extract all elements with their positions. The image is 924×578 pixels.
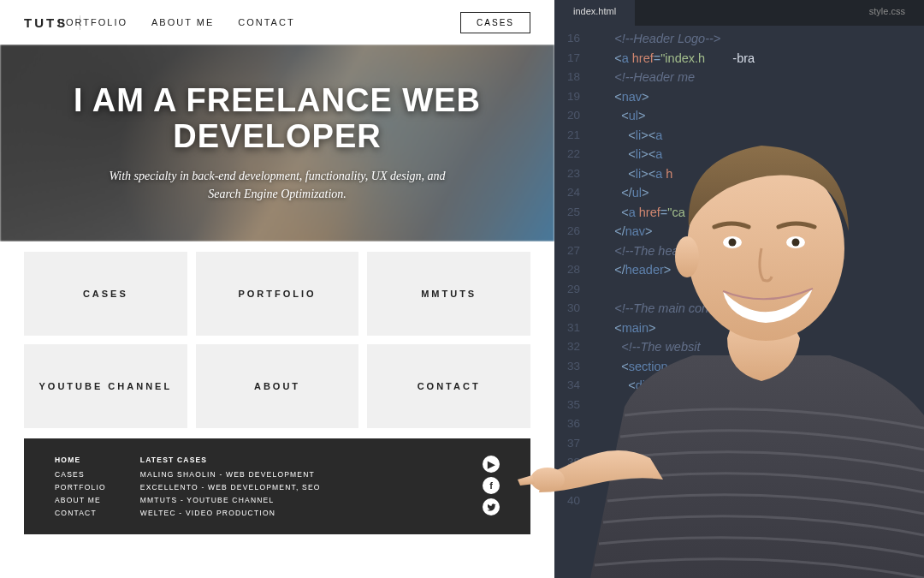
card[interactable]: MMTUTS xyxy=(367,252,530,336)
footer-case[interactable]: MALING SHAOLIN - WEB DEVELOPMENT xyxy=(140,470,321,479)
card[interactable]: ABOUT xyxy=(196,344,359,428)
card[interactable]: CONTACT xyxy=(367,344,530,428)
editor-tab[interactable]: style.css xyxy=(850,0,924,26)
card[interactable]: YOUTUBE CHANNEL xyxy=(24,344,187,428)
footer-link[interactable]: HOME xyxy=(55,456,106,464)
footer-heading: LATEST CASES xyxy=(140,456,321,464)
footer-cases-col: LATEST CASES MALING SHAOLIN - WEB DEVELO… xyxy=(140,456,321,517)
website-preview: TUTS PORTFOLIO ABOUT ME CONTACT CASES I … xyxy=(0,0,554,578)
site-footer: HOME CASES PORTFOLIO ABOUT ME CONTACT LA… xyxy=(24,438,530,534)
footer-case[interactable]: MMTUTS - YOUTUBE CHANNEL xyxy=(140,496,321,504)
card[interactable]: CASES xyxy=(24,252,187,336)
hero-title: I AM A FREELANCE WEB DEVELOPER xyxy=(34,83,520,155)
site-header: TUTS PORTFOLIO ABOUT ME CONTACT CASES xyxy=(0,0,554,45)
nav-link[interactable]: ABOUT ME xyxy=(151,17,214,27)
youtube-icon[interactable]: ▶ xyxy=(483,456,500,473)
footer-case[interactable]: EXCELLENTO - WEB DEVELOPMENT, SEO xyxy=(140,483,321,492)
cases-button[interactable]: CASES xyxy=(460,12,530,33)
footer-link[interactable]: CASES xyxy=(55,470,106,479)
nav-link[interactable]: PORTFOLIO xyxy=(58,17,127,27)
footer-link[interactable]: PORTFOLIO xyxy=(55,483,106,492)
nav-links: PORTFOLIO ABOUT ME CONTACT xyxy=(58,17,295,27)
hero-section: I AM A FREELANCE WEB DEVELOPER With spec… xyxy=(0,45,554,241)
footer-case[interactable]: WELTEC - VIDEO PRODUCTION xyxy=(140,509,321,517)
footer-link[interactable]: CONTACT xyxy=(55,509,106,517)
editor-tab-active[interactable]: index.html xyxy=(554,0,635,26)
footer-link[interactable]: ABOUT ME xyxy=(55,496,106,504)
footer-nav-col: HOME CASES PORTFOLIO ABOUT ME CONTACT xyxy=(55,456,106,517)
social-icons: ▶ f xyxy=(483,456,500,517)
hero-subtitle: With specialty in back-end development, … xyxy=(98,167,457,203)
card-grid: CASES PORTFOLIO MMTUTS YOUTUBE CHANNEL A… xyxy=(0,241,554,438)
twitter-icon[interactable] xyxy=(483,498,500,515)
code-editor: index.html style.css 16 <!--Header Logo-… xyxy=(554,0,924,578)
nav-link[interactable]: CONTACT xyxy=(238,17,294,27)
card[interactable]: PORTFOLIO xyxy=(196,252,359,336)
code-area[interactable]: 16 <!--Header Logo-->17 <a href="index.h… xyxy=(554,26,924,515)
facebook-icon[interactable]: f xyxy=(483,477,500,494)
editor-tabs: index.html style.css xyxy=(554,0,924,26)
